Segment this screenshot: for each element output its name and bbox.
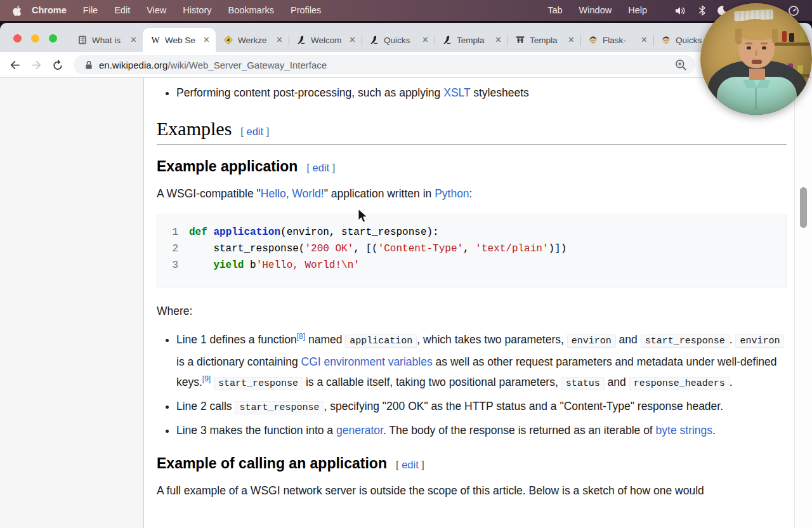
tab-templa[interactable]: Templa× bbox=[435, 28, 508, 52]
line-number: 2 bbox=[157, 241, 189, 257]
edit-link[interactable]: edit bbox=[247, 126, 264, 137]
code-string: '200 OK' bbox=[304, 243, 353, 254]
code-line: 1def application(environ, start_response… bbox=[157, 224, 786, 241]
code-text: def application(environ, start_response)… bbox=[189, 224, 439, 241]
tab-werkze[interactable]: Werkze× bbox=[216, 28, 289, 52]
reference-link[interactable]: [9] bbox=[202, 374, 211, 383]
menu-item-view[interactable]: View bbox=[138, 0, 174, 21]
menu-item-bookmarks[interactable]: Bookmarks bbox=[219, 0, 282, 21]
tab-title: Welcom bbox=[311, 36, 344, 45]
menu-item-file[interactable]: File bbox=[75, 0, 106, 21]
lock-icon[interactable] bbox=[85, 60, 93, 70]
menu-item-help[interactable]: Help bbox=[620, 0, 655, 21]
tab-welcom[interactable]: Welcom× bbox=[289, 28, 362, 52]
tab-quicks[interactable]: Quicks× bbox=[362, 28, 435, 52]
flask-favicon-icon bbox=[442, 35, 452, 45]
menu-item-window[interactable]: Window bbox=[571, 0, 620, 21]
edit-link[interactable]: edit bbox=[402, 459, 419, 470]
line-number: 1 bbox=[157, 224, 189, 241]
zoom-indicator-icon[interactable] bbox=[674, 58, 688, 72]
address-bar[interactable]: en.wikipedia.org/wiki/Web_Server_Gateway… bbox=[74, 55, 695, 74]
browser-toolbar: en.wikipedia.org/wiki/Web_Server_Gateway… bbox=[0, 52, 812, 77]
tab-close-icon[interactable]: × bbox=[129, 35, 138, 45]
tab-flask-[interactable]: Flask-× bbox=[580, 28, 653, 52]
list-item: Line 2 calls start_response, specifying … bbox=[176, 396, 787, 418]
menu-item-edit[interactable]: Edit bbox=[106, 0, 138, 21]
wiki-link[interactable]: Python bbox=[435, 187, 469, 200]
werkzeug-favicon-icon bbox=[223, 35, 233, 45]
flask-favicon-icon bbox=[296, 35, 306, 45]
subsection-heading-example-application: Example application[ edit ] bbox=[157, 158, 787, 175]
webcam-vent bbox=[734, 9, 774, 21]
wikipedia-favicon-icon: W bbox=[150, 35, 160, 45]
code-keyword: def bbox=[189, 227, 207, 238]
tab-close-icon[interactable]: × bbox=[567, 35, 575, 45]
tab-strip: What is×WWeb Se×Werkze×Welcom×Quicks×Tem… bbox=[0, 23, 812, 52]
url-path: /wiki/Web_Server_Gateway_Interface bbox=[167, 60, 327, 70]
bluetooth-icon[interactable] bbox=[698, 5, 706, 16]
code-line: 3 yield b'Hello, World!\n' bbox=[157, 257, 786, 274]
list-item: Line 3 makes the function into a generat… bbox=[176, 420, 787, 440]
code-string: 'text/plain' bbox=[475, 243, 548, 254]
inline-code: environ bbox=[567, 334, 616, 348]
code-block: 1def application(environ, start_response… bbox=[157, 214, 787, 287]
tab-templa[interactable]: Templa× bbox=[508, 28, 580, 52]
list-item: Line 1 defines a function[8] named appli… bbox=[176, 329, 787, 394]
window-minimize-button[interactable] bbox=[31, 34, 39, 43]
wiki-link[interactable]: generator bbox=[336, 424, 383, 437]
tab-what-is[interactable]: What is× bbox=[70, 28, 143, 52]
wiki-link[interactable]: CGI environment variables bbox=[301, 355, 433, 368]
code-keyword: yield bbox=[213, 260, 244, 271]
inline-code: start_response bbox=[235, 401, 324, 414]
inline-code: status bbox=[561, 377, 605, 390]
menu-item-tab[interactable]: Tab bbox=[539, 0, 570, 21]
tab-close-icon[interactable]: × bbox=[348, 35, 357, 45]
tab-close-icon[interactable]: × bbox=[275, 35, 284, 45]
code-text: start_response('200 OK', [('Content-Type… bbox=[189, 241, 566, 257]
url-domain: en.wikipedia.org bbox=[99, 60, 167, 70]
volume-icon[interactable] bbox=[674, 6, 688, 16]
tab-title: Flask- bbox=[603, 36, 636, 45]
menu-item-history[interactable]: History bbox=[174, 0, 219, 21]
traffic-lights bbox=[13, 34, 57, 43]
window-close-button[interactable] bbox=[13, 34, 22, 43]
webcam-person-face bbox=[738, 24, 775, 68]
tab-title: Templa bbox=[530, 36, 563, 45]
tab-title: Templa bbox=[457, 36, 490, 45]
scrollbar[interactable] bbox=[794, 78, 812, 528]
reload-button[interactable] bbox=[47, 54, 69, 76]
subsection-heading-example-calling: Example of calling an application[ edit … bbox=[157, 455, 787, 472]
menu-item-profiles[interactable]: Profiles bbox=[282, 0, 329, 21]
wiki-link[interactable]: byte strings bbox=[656, 424, 712, 437]
reference-link[interactable]: [8] bbox=[297, 332, 305, 341]
forward-button[interactable] bbox=[25, 54, 47, 76]
wiki-link[interactable]: Hello, World! bbox=[261, 187, 324, 200]
tab-title: Werkze bbox=[238, 36, 271, 45]
tab-title: Quicks bbox=[384, 36, 417, 45]
code-string: 'Hello, World!\n' bbox=[256, 260, 360, 271]
window-zoom-button[interactable] bbox=[49, 34, 57, 43]
apple-icon[interactable] bbox=[13, 5, 22, 16]
edit-link[interactable]: edit bbox=[313, 162, 330, 173]
paragraph-where: Where: bbox=[157, 303, 787, 319]
url-text: en.wikipedia.org/wiki/Web_Server_Gateway… bbox=[99, 60, 327, 70]
inline-code: environ bbox=[735, 334, 784, 348]
tab-close-icon[interactable]: × bbox=[202, 35, 211, 45]
page-viewport: Performing content post-processing, such… bbox=[0, 78, 812, 528]
inline-code: response_headers bbox=[629, 377, 730, 390]
macos-menubar: ChromeFileEditViewHistoryBookmarksProfil… bbox=[0, 0, 812, 21]
tab-close-icon[interactable]: × bbox=[421, 35, 429, 45]
inline-code: application bbox=[345, 334, 417, 348]
back-button[interactable] bbox=[4, 54, 25, 76]
screen: ChromeFileEditViewHistoryBookmarksProfil… bbox=[0, 0, 812, 528]
face-favicon-icon bbox=[588, 35, 598, 45]
scrollbar-thumb[interactable] bbox=[800, 187, 807, 228]
menu-item-chrome[interactable]: Chrome bbox=[23, 0, 75, 21]
tab-close-icon[interactable]: × bbox=[640, 35, 648, 45]
wiki-link[interactable]: XSLT bbox=[443, 86, 470, 99]
tab-title: Web Se bbox=[165, 36, 198, 45]
paragraph-clipped: A full example of a WSGI network server … bbox=[157, 482, 787, 499]
tab-web-se[interactable]: WWeb Se× bbox=[143, 28, 216, 52]
webcam-overlay bbox=[700, 3, 812, 115]
tab-close-icon[interactable]: × bbox=[494, 35, 502, 45]
